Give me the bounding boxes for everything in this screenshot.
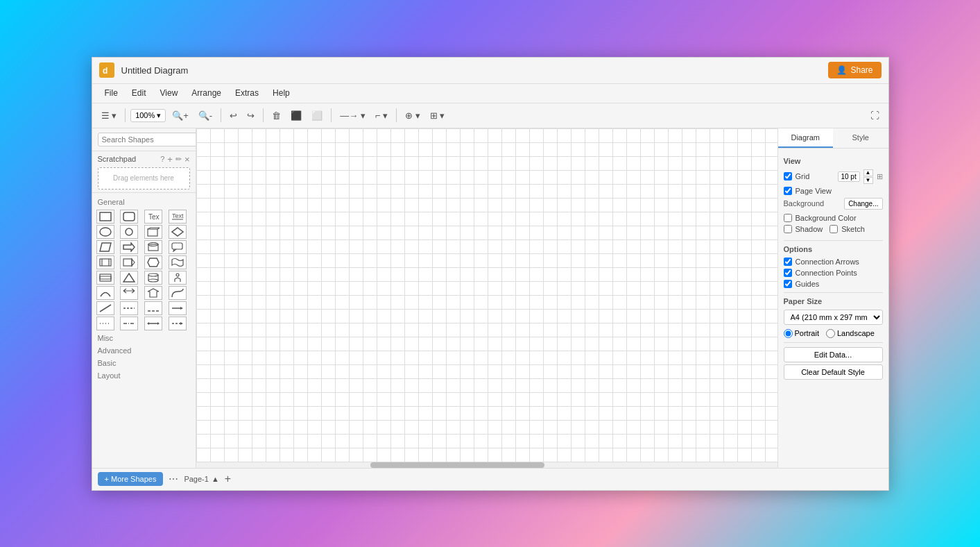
shape-process[interactable] — [96, 255, 114, 269]
scratchpad-help-icon[interactable]: ? — [160, 155, 164, 163]
zoom-in-btn[interactable]: 🔍+ — [169, 108, 192, 123]
canvas-grid[interactable] — [196, 128, 777, 468]
shape-arrow-line[interactable] — [169, 317, 187, 330]
guides-checkbox[interactable] — [784, 280, 792, 288]
scratchpad-drop-zone: Drag elements here — [98, 167, 190, 190]
portrait-label[interactable]: Portrait — [784, 329, 819, 338]
grid-pts-input[interactable] — [838, 171, 860, 182]
right-panel: Diagram Style View Grid ▲ ▼ ⊞ — [777, 128, 888, 468]
connection-btn[interactable]: —→ ▾ — [336, 108, 369, 123]
shape-parallelogram[interactable] — [96, 240, 114, 254]
scratchpad-add-icon[interactable]: + — [167, 154, 173, 165]
page-options-btn[interactable]: ⋯ — [169, 473, 178, 485]
shape-text[interactable]: Text — [144, 210, 162, 224]
undo-btn[interactable]: ↩ — [226, 108, 241, 123]
shape-cylinder[interactable] — [144, 240, 162, 254]
portrait-radio[interactable] — [784, 329, 793, 338]
category-misc: Misc — [92, 332, 196, 344]
svg-rect-8 — [148, 229, 157, 236]
grid-checkbox[interactable] — [784, 172, 792, 180]
shape-dots-2[interactable] — [120, 317, 138, 330]
search-shapes-input[interactable] — [98, 133, 196, 146]
tab-diagram[interactable]: Diagram — [778, 128, 834, 148]
scroll-thumb-horizontal[interactable] — [370, 462, 544, 468]
sketch-row: Sketch — [829, 225, 865, 233]
svg-marker-19 — [132, 259, 135, 266]
menu-arrange[interactable]: Arrange — [186, 86, 227, 100]
grid-down-btn[interactable]: ▼ — [863, 177, 873, 184]
edit-data-btn[interactable]: Edit Data... — [784, 347, 883, 362]
svg-marker-10 — [100, 243, 111, 251]
svg-marker-11 — [123, 243, 135, 251]
shape-line-1[interactable] — [96, 301, 114, 315]
background-change-btn[interactable]: Change... — [844, 198, 882, 210]
redo-btn[interactable]: ↪ — [243, 108, 258, 123]
menu-view[interactable]: View — [155, 86, 184, 100]
shadow-checkbox[interactable] — [784, 225, 792, 233]
paper-size-select[interactable]: A4 (210 mm x 297 mm) — [784, 310, 883, 325]
svg-rect-2 — [123, 212, 135, 221]
shape-triangle[interactable] — [120, 271, 138, 285]
shape-rect-round[interactable] — [120, 210, 138, 224]
background-color-checkbox[interactable] — [784, 214, 792, 222]
shape-arrow-right[interactable] — [120, 240, 138, 254]
shape-text-2[interactable]: Text — [169, 210, 187, 224]
shape-arrow-both[interactable] — [144, 317, 162, 330]
shape-rect-3d[interactable] — [144, 225, 162, 239]
shape-dots-1[interactable] — [96, 317, 114, 330]
shape-circle[interactable] — [96, 225, 114, 239]
canvas-area[interactable] — [196, 128, 777, 468]
shape-diamond[interactable] — [169, 225, 187, 239]
landscape-radio[interactable] — [826, 329, 835, 338]
svg-point-27 — [148, 279, 158, 282]
shape-data[interactable] — [144, 271, 162, 285]
shape-arc[interactable] — [96, 286, 114, 300]
to-front-btn[interactable]: ⬛ — [287, 108, 305, 123]
options-section-title: Options — [784, 245, 883, 253]
horizontal-scrollbar[interactable] — [196, 462, 777, 468]
shape-curved[interactable] — [169, 286, 187, 300]
shape-line-4[interactable] — [169, 301, 187, 315]
shape-callout[interactable] — [169, 240, 187, 254]
grid-up-btn[interactable]: ▲ — [863, 169, 873, 176]
insert-btn[interactable]: ⊕ ▾ — [402, 108, 424, 123]
menu-file[interactable]: File — [99, 86, 123, 100]
toolbar: ☰ ▾ 100% ▾ 🔍+ 🔍- ↩ ↪ 🗑 ⬛ ⬜ —→ ▾ ⌐ ▾ ⊕ ▾ … — [92, 103, 888, 128]
scratchpad-close-icon[interactable]: × — [184, 154, 190, 165]
page-view-checkbox[interactable] — [784, 187, 792, 195]
landscape-label[interactable]: Landscape — [826, 329, 875, 338]
shape-circle-2[interactable] — [120, 225, 138, 239]
menu-help[interactable]: Help — [267, 86, 295, 100]
scratchpad-edit-icon[interactable]: ✏ — [175, 155, 182, 164]
shape-wave[interactable] — [169, 255, 187, 269]
table-btn[interactable]: ⊞ ▾ — [427, 108, 449, 123]
left-sidebar: 🔍 Scratchpad ? + ✏ × Drag elements here — [92, 128, 196, 468]
shape-person[interactable] — [169, 271, 187, 285]
connection-points-checkbox[interactable] — [784, 269, 792, 277]
shape-rectangle[interactable] — [96, 210, 114, 224]
sketch-checkbox[interactable] — [829, 225, 838, 233]
title-bar: d Untitled Diagram 👤 Share — [92, 58, 888, 84]
shape-double-arrow[interactable] — [120, 286, 138, 300]
connection-arrows-checkbox[interactable] — [784, 258, 792, 266]
shape-line-3[interactable] — [144, 301, 162, 315]
sidebar-toggle-btn[interactable]: ☰ ▾ — [98, 108, 121, 123]
tab-style[interactable]: Style — [833, 128, 888, 148]
menu-extras[interactable]: Extras — [230, 86, 264, 100]
shape-line-2[interactable] — [120, 301, 138, 315]
menu-edit[interactable]: Edit — [126, 86, 152, 100]
clear-default-style-btn[interactable]: Clear Default Style — [784, 364, 883, 380]
delete-btn[interactable]: 🗑 — [268, 108, 284, 123]
share-button[interactable]: 👤 Share — [828, 62, 881, 78]
svg-line-29 — [100, 305, 111, 312]
add-page-btn[interactable]: + — [225, 473, 231, 485]
waypoint-btn[interactable]: ⌐ ▾ — [372, 108, 391, 123]
zoom-out-btn[interactable]: 🔍- — [195, 108, 216, 123]
shape-hexagon[interactable] — [144, 255, 162, 269]
more-shapes-btn[interactable]: + More Shapes — [98, 472, 164, 486]
to-back-btn[interactable]: ⬜ — [308, 108, 326, 123]
shape-pentagon[interactable] — [120, 255, 138, 269]
fullscreen-btn[interactable]: ⛶ — [867, 108, 883, 123]
shape-cross[interactable] — [96, 271, 114, 285]
shape-arrow-up[interactable] — [144, 286, 162, 300]
